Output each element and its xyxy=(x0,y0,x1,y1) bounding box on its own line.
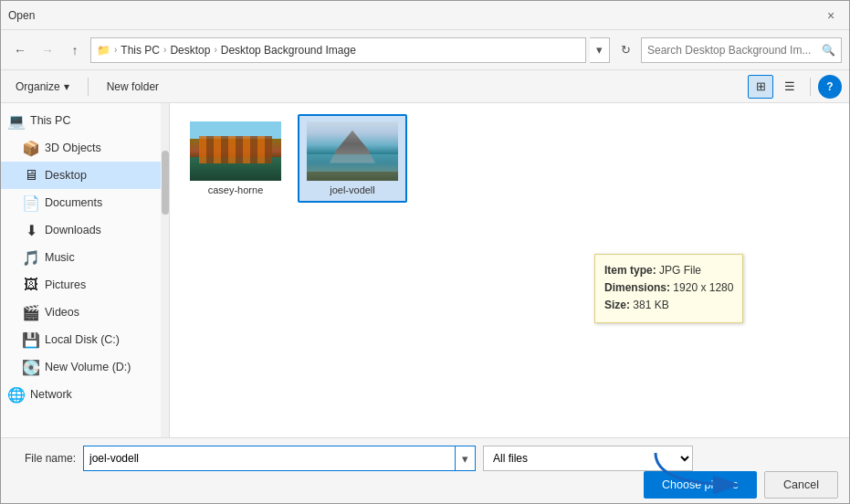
sidebar-label-videos: Videos xyxy=(45,306,79,319)
file-thumbnail-casey-horne xyxy=(190,121,281,181)
sidebar-item-pictures[interactable]: 🖼 Pictures xyxy=(1,271,161,299)
music-icon: 🎵 xyxy=(23,249,39,266)
sidebar-item-downloads[interactable]: ⬇ Downloads xyxy=(1,216,161,244)
sidebar-label-downloads: Downloads xyxy=(45,224,101,236)
main-content: 💻 This PC 📦 3D Objects 🖥 Desktop 📄 Docum… xyxy=(1,103,849,437)
sidebar-label-documents: Documents xyxy=(45,196,102,209)
videos-icon: 🎬 xyxy=(23,304,39,320)
filename-row: File name: ▾ All files JPEG (*.jpg) PNG … xyxy=(12,446,838,471)
filetype-select[interactable]: All files JPEG (*.jpg) PNG (*.png) BMP (… xyxy=(483,446,693,471)
filename-label: File name: xyxy=(12,452,76,465)
search-input[interactable] xyxy=(647,44,818,57)
file-thumbnail-joel-vodell xyxy=(307,121,398,181)
close-button[interactable]: × xyxy=(820,5,842,26)
filename-input[interactable] xyxy=(83,446,456,471)
sidebar-scrollbar[interactable] xyxy=(161,103,169,437)
view-details-button[interactable]: ☰ xyxy=(777,75,803,99)
choose-picture-button[interactable]: Choose picture xyxy=(644,471,757,499)
path-thispc: This PC xyxy=(121,44,160,57)
sidebar-label-new-volume: New Volume (D:) xyxy=(45,361,131,373)
file-name-casey-horne: casey-horne xyxy=(208,184,264,195)
sidebar-item-desktop[interactable]: 🖥 Desktop xyxy=(1,162,161,189)
filename-dropdown[interactable]: ▾ xyxy=(456,446,476,471)
sidebar-item-videos[interactable]: 🎬 Videos xyxy=(1,299,161,326)
sidebar-scroll-thumb[interactable] xyxy=(162,151,169,215)
bottom-bar: File name: ▾ All files JPEG (*.jpg) PNG … xyxy=(1,437,849,503)
path-bg-image: Desktop Background Image xyxy=(221,44,356,57)
toolbar-separator2 xyxy=(810,78,811,96)
file-name-joel-vodell: joel-vodell xyxy=(330,184,375,195)
network-icon: 🌐 xyxy=(8,386,25,403)
sidebar-item-music[interactable]: 🎵 Music xyxy=(1,244,161,271)
address-path[interactable]: 📁 › This PC › Desktop › Desktop Backgrou… xyxy=(90,37,586,63)
documents-icon: 📄 xyxy=(23,194,39,211)
new-volume-icon: 💽 xyxy=(23,359,39,375)
sidebar-label-network: Network xyxy=(30,388,72,401)
sidebar-label-desktop: Desktop xyxy=(45,169,87,182)
up-button[interactable]: ↑ xyxy=(63,38,87,62)
sidebar-item-new-volume[interactable]: 💽 New Volume (D:) xyxy=(1,353,161,381)
help-button[interactable]: ? xyxy=(818,75,842,99)
this-pc-icon: 💻 xyxy=(8,112,25,129)
sidebar-item-network[interactable]: 🌐 Network xyxy=(1,381,161,408)
path-desktop: Desktop xyxy=(170,44,210,57)
view-large-icons-button[interactable]: ⊞ xyxy=(748,75,773,99)
sidebar: 💻 This PC 📦 3D Objects 🖥 Desktop 📄 Docum… xyxy=(1,103,161,437)
search-icon: 🔍 xyxy=(822,44,835,57)
pictures-icon: 🖼 xyxy=(23,277,39,293)
address-dropdown[interactable]: ▾ xyxy=(590,37,610,63)
downloads-icon: ⬇ xyxy=(23,222,39,238)
dialog-title: Open xyxy=(8,9,35,22)
sidebar-wrapper: 💻 This PC 📦 3D Objects 🖥 Desktop 📄 Docum… xyxy=(1,103,170,437)
sidebar-label-local-disk: Local Disk (C:) xyxy=(45,333,120,346)
action-row: Choose picture Cancel xyxy=(12,471,838,499)
sidebar-label-pictures: Pictures xyxy=(45,278,86,291)
toolbar-separator xyxy=(88,78,89,96)
file-item-joel-vodell[interactable]: joel-vodell xyxy=(298,114,407,203)
file-item-casey-horne[interactable]: casey-horne xyxy=(181,114,290,203)
local-disk-icon: 💾 xyxy=(23,331,39,348)
open-dialog: Open × ← → ↑ 📁 › This PC › Desktop › Des… xyxy=(0,0,850,504)
desktop-icon: 🖥 xyxy=(23,167,39,184)
file-tooltip: Item type: JPG File Dimensions: 1920 x 1… xyxy=(594,254,743,323)
title-bar: Open × xyxy=(1,1,849,30)
address-bar: ← → ↑ 📁 › This PC › Desktop › Desktop Ba… xyxy=(1,30,849,70)
file-area[interactable]: casey-horne joel-vodell Item type: JPG F… xyxy=(170,103,849,437)
forward-button[interactable]: → xyxy=(36,38,59,62)
sidebar-label-3d-objects: 3D Objects xyxy=(45,142,101,154)
sidebar-item-documents[interactable]: 📄 Documents xyxy=(1,189,161,216)
filename-input-wrapper: ▾ xyxy=(83,446,476,471)
path-icon: 📁 xyxy=(97,44,110,57)
organize-button[interactable]: Organize ▾ xyxy=(8,75,77,99)
toolbar: Organize ▾ New folder ⊞ ☰ ? xyxy=(1,70,849,103)
sidebar-item-this-pc[interactable]: 💻 This PC xyxy=(1,107,161,134)
thumbnail-image-casey xyxy=(190,121,281,181)
search-box[interactable]: 🔍 xyxy=(641,37,842,63)
sidebar-label-this-pc: This PC xyxy=(30,114,70,127)
sidebar-item-local-disk[interactable]: 💾 Local Disk (C:) xyxy=(1,326,161,353)
thumbnail-image-joel xyxy=(307,121,398,181)
sidebar-label-music: Music xyxy=(45,251,75,264)
new-folder-button[interactable]: New folder xyxy=(100,75,166,99)
back-button[interactable]: ← xyxy=(8,38,32,62)
cancel-button[interactable]: Cancel xyxy=(764,471,838,499)
refresh-button[interactable]: ↻ xyxy=(614,38,637,62)
sidebar-item-3d-objects[interactable]: 📦 3D Objects xyxy=(1,134,161,162)
tooltip-dimensions: Dimensions: 1920 x 1280 xyxy=(604,279,733,297)
3d-objects-icon: 📦 xyxy=(23,140,39,156)
toolbar-right: ⊞ ☰ ? xyxy=(748,75,842,99)
tooltip-size: Size: 381 KB xyxy=(604,297,733,314)
tooltip-type: Item type: JPG File xyxy=(604,262,733,279)
